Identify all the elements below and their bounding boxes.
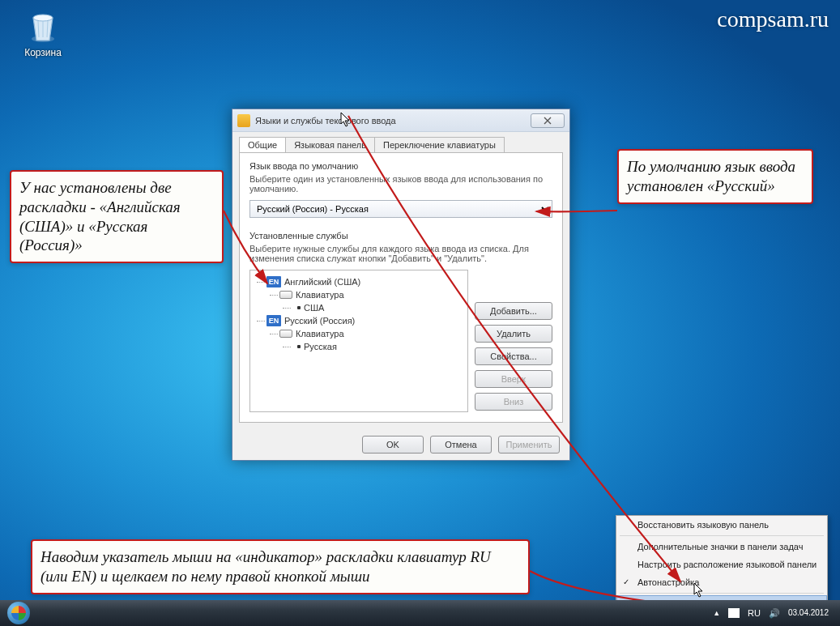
- annotation-default-lang: По умолчанию язык ввода установлен «Русс…: [617, 149, 813, 204]
- keyboard-icon: [279, 291, 292, 299]
- recycle-bin-label: Корзина: [15, 47, 71, 58]
- annotation-right-click: Наводим указатель мыши на «индикатор» ра…: [31, 539, 530, 594]
- ctx-separator: [620, 593, 824, 594]
- lang-badge-icon: EN: [266, 276, 281, 287]
- move-down-button[interactable]: Вниз: [475, 393, 552, 411]
- tab-language-bar[interactable]: Языковая панель: [285, 137, 375, 152]
- keyboard-icon: [279, 330, 292, 338]
- tree-lang-en[interactable]: ENАнглийский (США): [266, 275, 464, 288]
- dialog-title: Языки и службы текстового ввода: [255, 116, 396, 126]
- cancel-button[interactable]: Отмена: [430, 436, 492, 454]
- tray-flag-icon[interactable]: [728, 608, 740, 618]
- bullet-icon: [297, 306, 301, 309]
- recycle-bin[interactable]: Корзина: [15, 6, 71, 58]
- site-watermark: compsam.ru: [717, 6, 829, 32]
- recycle-bin-icon: [23, 6, 62, 45]
- taskbar[interactable]: ▲ RU 🔊 03.04.2012: [0, 600, 840, 626]
- mouse-cursor-icon: [693, 582, 705, 598]
- remove-button[interactable]: Удалить: [475, 325, 552, 343]
- lang-badge-icon: EN: [266, 315, 281, 326]
- default-language-select[interactable]: Русский (Россия) - Русская: [249, 200, 552, 218]
- properties-button[interactable]: Свойства...: [475, 347, 552, 365]
- windows-logo-icon: [7, 602, 30, 624]
- default-lang-title: Язык ввода по умолчанию: [249, 161, 552, 171]
- add-button[interactable]: Добавить...: [475, 302, 552, 320]
- bullet-icon: [297, 345, 301, 348]
- start-button[interactable]: [0, 600, 37, 626]
- ctx-separator: [620, 535, 824, 536]
- tree-lang-ru[interactable]: ENРусский (Россия): [266, 314, 464, 327]
- tree-layout-us[interactable]: США: [292, 301, 464, 314]
- taskbar-clock[interactable]: 03.04.2012: [788, 608, 829, 618]
- installed-services-desc: Выберите нужные службы для каждого языка…: [249, 244, 552, 263]
- system-tray: ▲ RU 🔊 03.04.2012: [713, 608, 840, 619]
- move-up-button[interactable]: Вверх: [475, 370, 552, 388]
- dialog-body: Язык ввода по умолчанию Выберите один из…: [239, 152, 563, 423]
- close-button[interactable]: [531, 113, 565, 128]
- default-lang-desc: Выберите один из установленных языков вв…: [249, 174, 552, 194]
- tree-layout-russian[interactable]: Русская: [292, 340, 464, 353]
- ctx-auto[interactable]: Автонастройка: [616, 573, 827, 591]
- tab-keyboard-switch[interactable]: Переключение клавиатуры: [374, 137, 505, 152]
- installed-services-title: Установленные службы: [249, 231, 552, 241]
- language-tree[interactable]: ENАнглийский (США) Клавиатура США ENРусс…: [249, 270, 468, 412]
- tab-general[interactable]: Общие: [239, 137, 286, 152]
- dialog-icon: [237, 114, 250, 127]
- annotation-layouts: У нас установлены две раскладки - «Англи…: [10, 170, 224, 263]
- tree-kb-ru[interactable]: Клавиатура: [279, 327, 464, 340]
- mouse-cursor-icon: [340, 112, 352, 128]
- ok-button[interactable]: OK: [362, 436, 424, 454]
- svg-point-1: [33, 15, 53, 21]
- tray-expand-icon[interactable]: ▲: [713, 609, 720, 617]
- apply-button[interactable]: Применить: [498, 436, 560, 454]
- close-icon: [544, 117, 552, 125]
- dialog-footer: OK Отмена Применить: [232, 429, 569, 460]
- ctx-restore[interactable]: Восстановить языковую панель: [616, 516, 827, 534]
- language-services-dialog: Языки и службы текстового ввода Общие Яз…: [232, 109, 570, 461]
- ctx-extra-icons[interactable]: Дополнительные значки в панели задач: [616, 538, 827, 556]
- taskbar-date: 03.04.2012: [788, 608, 829, 618]
- language-indicator[interactable]: RU: [748, 608, 761, 618]
- dialog-titlebar[interactable]: Языки и службы текстового ввода: [232, 109, 569, 132]
- tray-volume-icon[interactable]: 🔊: [769, 608, 780, 619]
- tab-strip: Общие Языковая панель Переключение клави…: [239, 137, 563, 152]
- tree-kb-en[interactable]: Клавиатура: [279, 288, 464, 301]
- ctx-position[interactable]: Настроить расположение языковой панели: [616, 556, 827, 573]
